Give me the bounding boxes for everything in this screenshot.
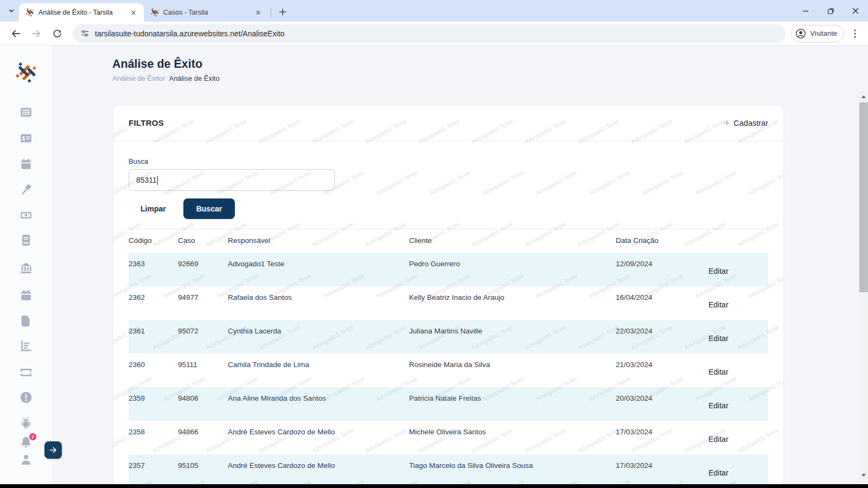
edit-link[interactable]: Editar	[709, 334, 729, 343]
cell-caso: 94866	[178, 421, 228, 454]
sidebar-item-processes[interactable]	[19, 183, 33, 197]
android-icon	[19, 416, 33, 430]
tarsila-favicon	[25, 8, 34, 17]
sidebar-item-profile[interactable]	[19, 453, 33, 467]
search-input[interactable]: 85311	[129, 169, 335, 191]
tab-close-icon[interactable]: ✕	[253, 8, 263, 17]
sidebar-item-tickets[interactable]	[19, 365, 33, 380]
edit-link[interactable]: Editar	[709, 368, 729, 376]
col-header-data-criacao: Data Criação	[616, 236, 709, 253]
bar-chart-icon	[19, 339, 33, 353]
minimize-button[interactable]	[793, 0, 818, 22]
tab-analise-exito[interactable]: Análise de Êxito - Tarsila ✕	[19, 3, 144, 22]
kebab-menu-icon	[854, 29, 856, 38]
sidebar-item-library[interactable]	[19, 233, 33, 247]
restore-icon	[827, 8, 834, 15]
cell-cliente: Juliana Martins Naville	[409, 320, 616, 354]
cell-cliente: Pedro Guerrero	[409, 253, 616, 286]
document-icon	[19, 314, 33, 328]
cell-codigo: 2358	[129, 421, 178, 454]
cell-responsavel: Rafaela dos Santos	[228, 286, 409, 320]
cell-responsavel: Advogado1 Teste	[228, 253, 409, 286]
sidebar: 7	[0, 46, 53, 484]
tarsila-logo[interactable]	[15, 62, 37, 84]
cell-codigo: 2359	[129, 387, 178, 421]
filters-card: Advogado1 TesteAdvogado1 TesteAdvogado1 …	[113, 105, 784, 484]
sidebar-item-documents[interactable]	[19, 314, 33, 328]
sidebar-item-list[interactable]	[19, 105, 33, 119]
forward-button[interactable]	[27, 24, 46, 43]
browser-menu-button[interactable]	[847, 24, 863, 43]
table-row: 2360 95111 Camila Trindade de Lima Rosin…	[129, 354, 768, 387]
sidebar-item-contacts[interactable]	[19, 131, 33, 145]
sidebar-item-notifications[interactable]: 7	[19, 435, 33, 450]
sidebar-item-alerts[interactable]	[19, 390, 33, 404]
new-tab-button[interactable]	[276, 5, 290, 19]
screen-bottom-bar	[0, 484, 868, 488]
cell-data-criacao: 21/03/2024	[616, 354, 709, 387]
sidebar-item-financial[interactable]	[19, 208, 33, 222]
profile-button[interactable]: Visitante	[791, 25, 844, 42]
breadcrumb-parent[interactable]: Análise de Êxito/	[112, 74, 165, 82]
filters-heading: FILTROS	[129, 118, 164, 127]
cell-codigo: 2363	[129, 253, 178, 286]
search-button[interactable]: Buscar	[183, 198, 235, 219]
cell-caso: 92669	[178, 253, 228, 286]
plus-icon	[279, 8, 286, 16]
plus-icon: +	[724, 118, 730, 128]
site-settings-icon	[80, 29, 90, 38]
register-button-label: Cadastrar	[733, 119, 768, 127]
tab-close-icon[interactable]: ✕	[129, 8, 138, 17]
close-window-button[interactable]	[843, 0, 868, 22]
breadcrumb: Análise de Êxito/ Análise de Êxito	[112, 74, 220, 82]
table-body: 2363 92669 Advogado1 Teste Pedro Guerrer…	[129, 253, 768, 484]
tab-casos[interactable]: Casos - Tarsila ✕	[144, 3, 269, 22]
sidebar-item-reports[interactable]	[19, 339, 33, 353]
scrollbar-thumb[interactable]	[859, 102, 868, 292]
cell-responsavel: Cynthia Lacerda	[228, 320, 409, 354]
edit-link[interactable]: Editar	[709, 468, 729, 477]
notification-badge: 7	[29, 433, 37, 441]
edit-link[interactable]: Editar	[709, 401, 729, 410]
page-scrollbar[interactable]	[859, 91, 868, 480]
scroll-up-arrow[interactable]	[859, 92, 868, 101]
back-icon	[10, 28, 21, 39]
edit-link[interactable]: Editar	[709, 300, 729, 309]
edit-link[interactable]: Editar	[709, 267, 729, 275]
arrow-right-icon	[49, 446, 58, 454]
chevron-down-icon	[8, 8, 15, 14]
minimize-icon	[802, 8, 809, 14]
browser-toolbar: tarsilasuite-tudonatarsila.azurewebsites…	[0, 22, 868, 46]
breadcrumb-current: Análise de Êxito	[169, 74, 219, 82]
edit-link[interactable]: Editar	[709, 435, 729, 444]
scroll-down-arrow[interactable]	[859, 471, 868, 479]
reload-button[interactable]	[48, 24, 66, 43]
register-button[interactable]: + Cadastrar	[724, 118, 768, 128]
gavel-icon	[19, 183, 33, 197]
tab-title: Análise de Êxito - Tarsila	[39, 9, 124, 16]
col-header-caso: Caso	[178, 236, 228, 253]
tab-search-button[interactable]	[5, 4, 18, 17]
search-field-label: Busca	[129, 157, 768, 165]
user-icon	[19, 453, 33, 467]
sidebar-expand-button[interactable]	[44, 441, 62, 459]
cell-data-criacao: 12/09/2024	[616, 253, 709, 286]
cell-data-criacao: 17/03/2024	[616, 421, 709, 454]
url-bar[interactable]: tarsilasuite-tudonatarsila.azurewebsites…	[73, 24, 786, 43]
calendar-icon	[19, 288, 33, 303]
back-button[interactable]	[7, 24, 25, 43]
col-header-codigo: Código	[129, 236, 178, 253]
cell-responsavel: André Esteves Cardozo de Mello	[228, 454, 409, 484]
cell-codigo: 2361	[129, 320, 178, 354]
sidebar-item-agenda[interactable]	[19, 157, 33, 171]
col-header-cliente: Cliente	[409, 236, 616, 253]
sidebar-item-schedule[interactable]	[19, 288, 33, 303]
clear-button[interactable]: Limpar	[129, 200, 178, 218]
url-text: tarsilasuite-tudonatarsila.azurewebsites…	[95, 29, 284, 38]
tab-title: Casos - Tarsila	[163, 9, 249, 16]
sidebar-item-court[interactable]	[19, 261, 33, 275]
sidebar-item-android-app[interactable]	[19, 416, 33, 430]
main-content: Análise de Êxito Análise de Êxito/ Análi…	[53, 46, 859, 484]
restore-button[interactable]	[818, 0, 843, 22]
results-table: Código Caso Responsável Cliente Data Cri…	[113, 229, 783, 484]
